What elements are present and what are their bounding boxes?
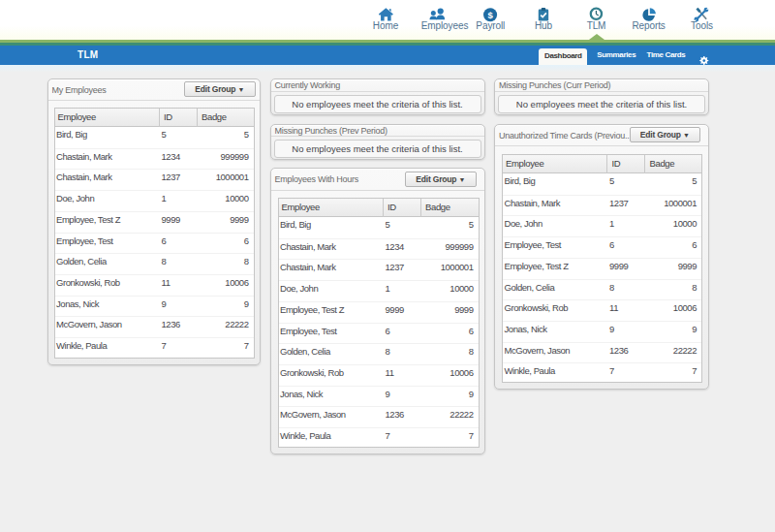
svg-text:$: $ [488, 10, 494, 20]
